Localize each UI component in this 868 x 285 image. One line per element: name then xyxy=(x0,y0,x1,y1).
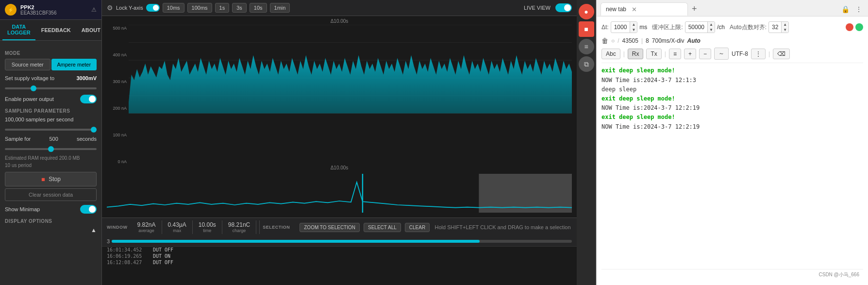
time-100ms[interactable]: 100ms xyxy=(187,3,212,13)
stat-charge: 98.21nC charge xyxy=(222,220,256,234)
nav-bar: DATA LOGGER FEEDBACK ABOUT 🔵 xyxy=(0,20,101,41)
mini-chart[interactable] xyxy=(107,174,572,213)
minimap-toggle[interactable] xyxy=(80,205,97,214)
lock-y-axis-thumb xyxy=(153,5,159,11)
more-options-btn[interactable]: ⋮ xyxy=(751,49,766,59)
period-info: 10 us period xyxy=(5,163,97,168)
delta-t-down[interactable]: ▼ xyxy=(630,27,637,33)
buffer-input[interactable]: 50000 ▲ ▼ xyxy=(685,21,715,33)
nav-about[interactable]: ABOUT xyxy=(77,23,105,37)
text-format-btn[interactable]: ≡ xyxy=(669,49,681,59)
selection-label: SELECTION xyxy=(263,225,290,230)
log-row-3: 16:12:08.427 DUT OFF xyxy=(102,259,577,266)
tab-title: new tab xyxy=(606,6,626,13)
sample-for-unit: seconds xyxy=(77,136,97,142)
main-chart[interactable]: 500 nA 400 nA 300 nA 200 nA 100 nA 0 nA xyxy=(107,25,572,165)
plus-btn[interactable]: + xyxy=(684,49,696,59)
toolbar-sep-3: | xyxy=(768,50,770,57)
voltage-slider-container xyxy=(5,84,97,91)
nav-data-logger[interactable]: DATA LOGGER xyxy=(2,20,35,40)
stop-button[interactable]: ⏹ Stop xyxy=(5,172,97,186)
log-area: 16:01:34.452 DUT OFF 16:06:19.265 DUT ON… xyxy=(102,246,577,285)
browser-tab-newtab[interactable]: new tab ✕ xyxy=(601,2,688,16)
app-logo: ⚡ xyxy=(5,4,17,16)
buffer-arrows[interactable]: ▲ ▼ xyxy=(707,22,715,33)
sampling-slider-container xyxy=(5,125,97,132)
tab-close-btn[interactable]: ✕ xyxy=(630,5,638,13)
buffer-group: 缓冲区上限: 50000 ▲ ▼ /ch xyxy=(652,21,725,33)
live-view-thumb xyxy=(564,4,571,11)
side-icon-menu[interactable]: ≡ xyxy=(579,39,594,54)
lock-y-axis-toggle[interactable] xyxy=(146,4,160,12)
power-output-toggle[interactable] xyxy=(80,95,97,103)
left-panel: ⚡ PPK2 EEA3B1CBF356 ⚠ DATA LOGGER FEEDBA… xyxy=(0,0,102,285)
stats-divider xyxy=(259,220,260,234)
mode-buttons: Source meter Ampere meter xyxy=(5,59,97,70)
delta-t-input[interactable]: 1000 ▲ ▼ xyxy=(611,21,638,33)
side-icon-record[interactable]: ● xyxy=(579,4,594,19)
sample-for-label: Sample for xyxy=(5,136,31,142)
select-all-btn[interactable]: SELECT ALL xyxy=(364,223,401,232)
live-view-toggle[interactable] xyxy=(555,3,572,12)
rx-btn[interactable]: Rx xyxy=(628,49,644,59)
toolbar-sep-2: | xyxy=(665,50,666,57)
clear-selection-btn[interactable]: CLEAR xyxy=(405,223,430,232)
stat-time-name: time xyxy=(203,228,211,233)
lock-y-axis-label: Lock Y-axis xyxy=(116,5,143,11)
selection-area: ZOOM TO SELECTION SELECT ALL CLEAR Hold … xyxy=(294,223,572,232)
time-1s[interactable]: 1s xyxy=(215,3,230,13)
estimated-ram: Estimated RAM required 200.0 MB xyxy=(5,155,97,161)
ampere-meter-btn[interactable]: Ampere meter xyxy=(51,59,97,70)
wave-btn[interactable]: ～ xyxy=(714,48,729,60)
auto-align-arrows[interactable]: ▲ ▼ xyxy=(781,22,788,33)
minus-btn[interactable]: − xyxy=(699,49,711,59)
pipe-1: / xyxy=(618,37,619,44)
time-1min[interactable]: 1min xyxy=(270,3,290,13)
display-options-collapse[interactable]: ▲ xyxy=(91,227,97,234)
buffer-up[interactable]: ▲ xyxy=(708,22,715,27)
stat-average-name: average xyxy=(138,228,154,233)
voltage-slider[interactable] xyxy=(5,87,97,89)
browser-menu-icon[interactable]: ⋮ xyxy=(853,3,864,15)
auto-align-input[interactable]: 32 ▲ ▼ xyxy=(768,21,789,33)
buffer-unit: /ch xyxy=(717,24,725,31)
right-panel: new tab ✕ + 🔒 ⋮ Δt: 1000 ▲ ▼ xyxy=(596,0,868,285)
zoom-to-selection-btn[interactable]: ZOOM TO SELECTION xyxy=(300,223,360,232)
tx-btn[interactable]: Tx xyxy=(646,49,661,59)
serial-log-line-5: NOW Time is:2024-3-7 12:2:19 xyxy=(601,103,863,113)
delta-t-arrows[interactable]: ▲ ▼ xyxy=(630,22,637,33)
abc-btn[interactable]: Abc xyxy=(601,49,620,59)
settings-icon[interactable]: ⚙ xyxy=(107,4,113,12)
nav-feedback[interactable]: FEEDBACK xyxy=(36,23,76,37)
trash-icon[interactable]: 🗑 xyxy=(601,37,608,45)
source-meter-btn[interactable]: Source meter xyxy=(5,59,50,70)
auto-align-down[interactable]: ▼ xyxy=(782,27,788,33)
auto-align-up[interactable]: ▲ xyxy=(782,22,788,27)
display-options-label: DISPLAY OPTIONS xyxy=(5,218,97,224)
time-3s[interactable]: 3s xyxy=(232,3,247,13)
voltage-label: Set supply voltage to xyxy=(5,75,54,81)
power-output-label: Enable power output xyxy=(5,96,54,102)
duration-slider[interactable] xyxy=(5,148,97,150)
side-icon-copy[interactable]: ⧉ xyxy=(579,56,594,72)
delta-t-up[interactable]: ▲ xyxy=(630,22,637,27)
sampling-slider[interactable] xyxy=(5,129,97,131)
lock-icon: 🔒 xyxy=(839,3,851,15)
bottom-label: CSDN @小马_666 xyxy=(818,271,859,278)
clear-btn-serial[interactable]: ⌫ xyxy=(773,49,790,59)
time-10ms[interactable]: 10ms xyxy=(163,3,184,13)
auto-align-label: Auto点数对齐: xyxy=(730,23,767,32)
time-10s[interactable]: 10s xyxy=(250,3,267,13)
color-dot-red xyxy=(846,23,853,31)
browser-toolbar-icons: 🔒 ⋮ xyxy=(839,3,864,15)
side-icon-stop[interactable]: ■ xyxy=(579,21,594,37)
clear-session-button[interactable]: Clear session data xyxy=(5,188,97,201)
serial-params: Δt: 1000 ▲ ▼ ms 缓冲区上限: 50000 ▲ ▼ xyxy=(601,21,863,33)
y-label-400: 400 nA xyxy=(109,52,127,57)
serial-toolbar: Abc | Rx Tx | ≡ + − ～ UTF-8 ⋮ | ⌫ xyxy=(601,48,863,63)
y-axis: 500 nA 400 nA 300 nA 200 nA 100 nA 0 nA xyxy=(107,25,129,165)
radio-empty[interactable]: ○ xyxy=(611,37,615,44)
scroll-track[interactable] xyxy=(112,240,572,243)
new-tab-btn[interactable]: + xyxy=(689,2,700,16)
buffer-down[interactable]: ▼ xyxy=(708,27,715,33)
